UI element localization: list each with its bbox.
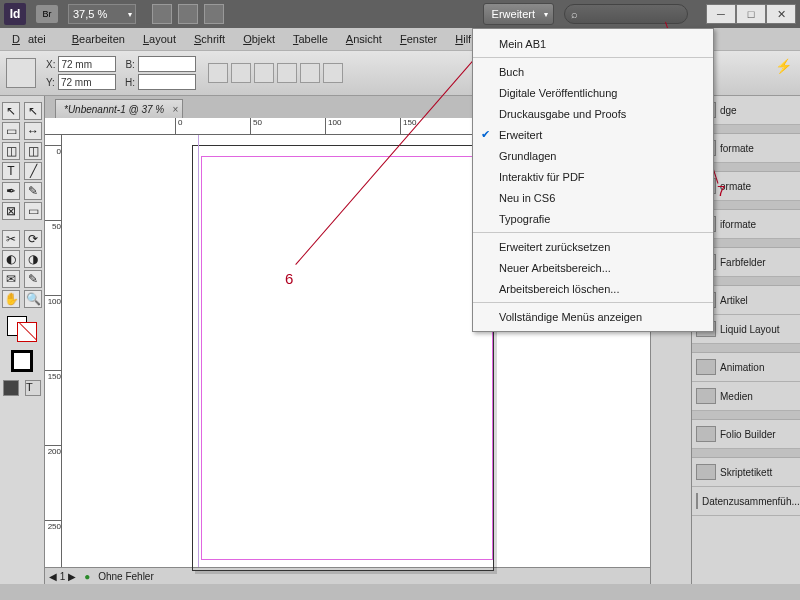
workspace-switcher[interactable]: Erweitert [483,3,554,25]
ws-menu-delete[interactable]: Arbeitsbereich löschen... [473,278,713,299]
menu-fenster[interactable]: Fenster [392,31,445,47]
transform-tool[interactable]: ⟳ [24,230,42,248]
panel-animation[interactable]: Animation [692,353,800,382]
content-tool[interactable]: ◫ [2,142,20,160]
panel-folio-builder[interactable]: Folio Builder [692,420,800,449]
menu-schrift[interactable]: Schrift [186,31,233,47]
rect-tool[interactable]: ▭ [24,202,42,220]
annotation-6: 6 [285,270,293,287]
flip-v-icon[interactable] [323,63,343,83]
preflight-status[interactable]: Ohne Fehler [98,571,154,582]
scissors-tool[interactable]: ✂ [2,230,20,248]
view-options-icon[interactable] [178,4,198,24]
gradient-swatch-tool[interactable]: ◐ [2,250,20,268]
quick-apply-icon[interactable]: ⚡ [775,58,792,74]
maximize-button[interactable]: □ [736,4,766,24]
menu-ansicht[interactable]: Ansicht [338,31,390,47]
ws-menu-item[interactable]: Druckausgabe und Proofs [473,103,713,124]
menu-layout[interactable]: Layout [135,31,184,47]
scale-icon[interactable] [231,63,251,83]
close-button[interactable]: ✕ [766,4,796,24]
pencil-tool[interactable]: ✎ [24,182,42,200]
arrange-docs-icon[interactable] [204,4,224,24]
minimize-button[interactable]: ─ [706,4,736,24]
reference-point[interactable] [6,58,36,88]
ws-menu-item[interactable]: Grundlagen [473,145,713,166]
panel-medien[interactable]: Medien [692,382,800,411]
ws-menu-item-erweitert[interactable]: Erweitert [473,124,713,145]
help-search[interactable]: ⌕ [564,4,688,24]
fill-stroke-swatches[interactable] [7,316,37,342]
gap-tool[interactable]: ↔ [24,122,42,140]
document-tab[interactable]: *Unbenannt-1 @ 37 % [55,99,183,118]
workspace-menu: Mein AB1 Buch Digitale Veröffentlichung … [472,28,714,332]
ruler-vertical[interactable]: 0 50 100 150 200 250 [45,135,62,567]
y-input[interactable]: 72 mm [58,74,116,90]
ws-menu-item[interactable]: Digitale Veröffentlichung [473,82,713,103]
link-dims-icon[interactable] [208,63,228,83]
shear-icon[interactable] [277,63,297,83]
ws-menu-item[interactable]: Mein AB1 [473,33,713,54]
menu-tabelle[interactable]: Tabelle [285,31,336,47]
ws-menu-full-menus[interactable]: Vollständige Menüs anzeigen [473,306,713,327]
pen-tool[interactable]: ✒ [2,182,20,200]
view-mode-icons [152,4,224,24]
panel-datenzusammen[interactable]: Datenzusammenfüh... [692,487,800,516]
menu-datei[interactable]: Datei [4,31,62,47]
line-tool[interactable]: ╱ [24,162,42,180]
ws-menu-new[interactable]: Neuer Arbeitsbereich... [473,257,713,278]
x-input[interactable]: 72 mm [58,56,116,72]
bridge-button[interactable]: Br [36,5,58,23]
window-controls: ─ □ ✕ [706,4,796,24]
column-guide[interactable] [198,135,199,567]
type-tool[interactable]: T [2,162,20,180]
rect-frame-tool[interactable]: ⊠ [2,202,20,220]
tools-panel: ↖↖ ▭↔ ◫◫ T╱ ✒✎ ⊠▭ ✂⟳ ◐◑ ✉✎ ✋🔍 T [0,96,45,584]
zoom-select[interactable]: 37,5 % [68,4,136,24]
annotation-7: 7 [717,182,725,199]
gradient-feather-tool[interactable]: ◑ [24,250,42,268]
page-tool[interactable]: ▭ [2,122,20,140]
eyedropper-tool[interactable]: ✎ [24,270,42,288]
ws-menu-item[interactable]: Typografie [473,208,713,229]
zoom-tool[interactable]: 🔍 [24,290,42,308]
w-input[interactable] [138,56,196,72]
apply-text-icon[interactable]: T [25,380,41,396]
screen-mode-icon[interactable] [152,4,172,24]
selection-tool[interactable]: ↖ [2,102,20,120]
direct-selection-tool[interactable]: ↖ [24,102,42,120]
flip-h-icon[interactable] [300,63,320,83]
title-bar: Id Br 37,5 % Erweitert ⌕ ─ □ ✕ [0,0,800,28]
rotate-icon[interactable] [254,63,274,83]
h-input[interactable] [138,74,196,90]
page-nav[interactable]: ◀ 1 ▶ [49,571,76,582]
panel-skriptetikett[interactable]: Skriptetikett [692,458,800,487]
app-logo: Id [4,3,26,25]
note-tool[interactable]: ✉ [2,270,20,288]
hand-tool[interactable]: ✋ [2,290,20,308]
content-placer-tool[interactable]: ◫ [24,142,42,160]
menu-objekt[interactable]: Objekt [235,31,283,47]
ws-menu-item[interactable]: Neu in CS6 [473,187,713,208]
apply-color-icon[interactable] [3,380,19,396]
ws-menu-item[interactable]: Buch [473,61,713,82]
menu-bearbeiten[interactable]: Bearbeiten [64,31,133,47]
ws-menu-reset[interactable]: Erweitert zurücksetzen [473,236,713,257]
apply-container-icon[interactable] [11,350,33,372]
margin-box [201,156,493,560]
ws-menu-item[interactable]: Interaktiv für PDF [473,166,713,187]
